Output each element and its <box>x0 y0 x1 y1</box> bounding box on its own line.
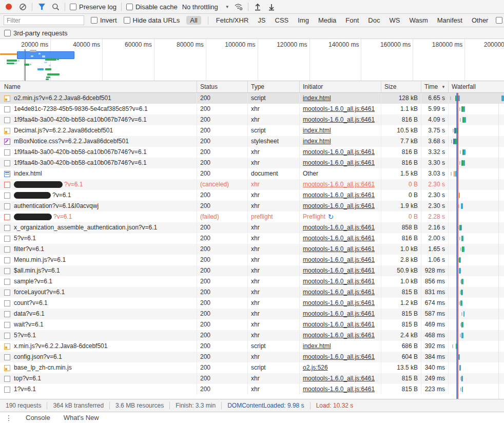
initiator-link[interactable]: index.html <box>303 341 331 352</box>
has-blocked-cookies-checkbox[interactable]: Has blocked cookies <box>496 16 504 24</box>
filter-type-media[interactable]: Media <box>317 16 337 25</box>
import-har-button[interactable] <box>253 2 262 11</box>
initiator-link[interactable]: mootools-1.6.0_all.js:6461 <box>303 276 375 287</box>
preserve-log-checkbox[interactable]: Preserve log <box>70 3 117 11</box>
initiator-link[interactable]: mootools-1.6.0_all.js:6461 <box>303 222 375 233</box>
initiator-link[interactable]: mootools-1.6.0_all.js:6461 <box>303 147 375 158</box>
request-row[interactable]: config.json?v=6.1200xhrmootools-1.6.0_al… <box>0 352 504 362</box>
request-row[interactable]: forceLayout?v=6.1200xhrmootools-1.6.0_al… <box>0 287 504 298</box>
request-row[interactable]: ?v=6.1(canceled)xhrmootools-1.6.0_all.js… <box>0 179 504 190</box>
export-har-button[interactable] <box>267 2 276 11</box>
filter-type-all[interactable]: All <box>186 16 201 25</box>
request-row[interactable]: 1f9faa4b-3a00-420b-bb58-ca10b067b746?v=6… <box>0 114 504 125</box>
column-header-name[interactable]: Name <box>0 81 197 92</box>
request-row[interactable]: x_organization_assemble_authentication.j… <box>0 222 504 233</box>
initiator-link[interactable]: index.html <box>303 136 331 147</box>
tab-whats-new[interactable]: What's New <box>64 414 99 421</box>
initiator-link[interactable]: o2.js:526 <box>303 362 328 373</box>
filter-type-manifest[interactable]: Manifest <box>436 16 463 25</box>
request-row[interactable]: 5?v=6.1200xhrmootools-1.6.0_all.js:64618… <box>0 233 504 244</box>
initiator-link[interactable]: index.html <box>303 125 331 136</box>
column-header-type[interactable]: Type <box>248 81 300 92</box>
timeline-tick-label: 180000 ms <box>429 41 462 48</box>
request-row[interactable]: filter?v=6.1200xhrmootools-1.6.0_all.js:… <box>0 244 504 255</box>
request-row[interactable]: Menu.min.js?v=6.1200xhrmootools-1.6.0_al… <box>0 255 504 265</box>
request-row[interactable]: 1e4de81c-7238-45b5-9836-5e4caf385c85?v=6… <box>0 104 504 114</box>
time-cell: 5.99 s <box>421 104 449 114</box>
search-button[interactable] <box>51 2 60 11</box>
initiator-link[interactable]: mootools-1.6.0_all.js:6461 <box>303 158 375 168</box>
request-row[interactable]: ?v=6.1(failed)preflightPreflight↻0 B2.28… <box>0 212 504 222</box>
initiator-link[interactable]: mootools-1.6.0_all.js:6461 <box>303 384 375 395</box>
filter-type-css[interactable]: CSS <box>274 16 290 25</box>
timeline-tick-label: 140000 ms <box>325 41 359 48</box>
request-row[interactable]: ?v=6.1200xhrmootools-1.6.0_all.js:64610 … <box>0 190 504 201</box>
column-header-waterfall[interactable]: Waterfall <box>449 81 504 92</box>
filter-type-doc[interactable]: Doc <box>367 16 381 25</box>
request-row[interactable]: 1?v=6.1200xhrmootools-1.6.0_all.js:64618… <box>0 384 504 395</box>
network-overview-timeline[interactable]: 20000 ms40000 ms60000 ms80000 ms100000 m… <box>0 39 504 81</box>
filter-input[interactable] <box>4 15 84 25</box>
request-row[interactable]: Decimal.js?v=6.2.2.Java86dcebf501200scri… <box>0 125 504 136</box>
initiator-link[interactable]: mootools-1.6.0_all.js:6461 <box>303 309 375 319</box>
invert-checkbox[interactable]: Invert <box>91 16 117 24</box>
initiator-link[interactable]: index.html <box>303 93 331 104</box>
initiator-link[interactable]: mootools-1.6.0_all.js:6461 <box>303 179 375 190</box>
request-row[interactable]: count?v=6.1200xhrmootools-1.6.0_all.js:6… <box>0 298 504 309</box>
column-header-initiator[interactable]: Initiator <box>300 81 381 92</box>
initiator-link[interactable]: mootools-1.6.0_all.js:6461 <box>303 233 375 244</box>
request-row[interactable]: base_lp_zh-cn.min.js200scripto2.js:52613… <box>0 362 504 373</box>
filter-type-fetch-xhr[interactable]: Fetch/XHR <box>215 16 250 25</box>
request-row[interactable]: wait?v=6.1200xhrmootools-1.6.0_all.js:64… <box>0 319 504 330</box>
request-row[interactable]: mBoxNotice.css?v=6.2.2.Java86dcebf501200… <box>0 136 504 147</box>
filter-type-wasm[interactable]: Wasm <box>408 16 429 25</box>
request-row[interactable]: 5?v=6.1200xhrmootools-1.6.0_all.js:64612… <box>0 330 504 341</box>
filter-toggle-button[interactable] <box>37 2 46 11</box>
initiator-link[interactable]: mootools-1.6.0_all.js:6461 <box>303 114 375 125</box>
xhr-file-icon <box>4 246 10 253</box>
initiator-link[interactable]: mootools-1.6.0_all.js:6461 <box>303 352 375 362</box>
disable-cache-checkbox[interactable]: Disable cache <box>126 3 178 11</box>
filter-type-ws[interactable]: WS <box>388 16 401 25</box>
request-row[interactable]: index.html200documentOther1.5 kB3.03 s <box>0 168 504 179</box>
request-row[interactable]: o2.min.js?v=6.2.2.Java8-6dcebf501200scri… <box>0 93 504 104</box>
throttling-dropdown[interactable]: No throttling ▼ <box>182 3 229 11</box>
initiator-link[interactable]: mootools-1.6.0_all.js:6461 <box>303 244 375 255</box>
request-row[interactable]: x.min.js?v=6.2.2.Java8-6dcebf501200scrip… <box>0 341 504 352</box>
initiator-link[interactable]: mootools-1.6.0_all.js:6461 <box>303 330 375 341</box>
clear-button[interactable] <box>18 2 27 11</box>
tab-console[interactable]: Console <box>26 414 50 421</box>
filter-type-other[interactable]: Other <box>471 16 490 25</box>
request-row[interactable]: $all.min.js?v=6.1200xhrmootools-1.6.0_al… <box>0 265 504 276</box>
xhr-file-icon <box>4 268 10 274</box>
record-button[interactable] <box>4 2 13 11</box>
waterfall-stalled-tick <box>459 301 460 305</box>
request-row[interactable]: 1f9faa4b-3a00-420b-bb58-ca10b067b746?v=6… <box>0 147 504 158</box>
initiator-link[interactable]: mootools-1.6.0_all.js:6461 <box>303 104 375 114</box>
column-header-size[interactable]: Size <box>381 81 421 92</box>
request-row[interactable]: data?v=6.1200xhrmootools-1.6.0_all.js:64… <box>0 309 504 319</box>
initiator-link[interactable]: mootools-1.6.0_all.js:6461 <box>303 255 375 265</box>
filter-type-js[interactable]: JS <box>257 16 266 25</box>
initiator-link[interactable]: mootools-1.6.0_all.js:6461 <box>303 190 375 201</box>
initiator-link[interactable]: mootools-1.6.0_all.js:6461 <box>303 319 375 330</box>
filter-type-img[interactable]: Img <box>297 16 310 25</box>
request-row[interactable]: authentication?v=6.1&l0acvqwj200xhrmooto… <box>0 201 504 212</box>
filter-type-font[interactable]: Font <box>344 16 360 25</box>
hide-data-urls-checkbox[interactable]: Hide data URLs <box>124 16 180 24</box>
third-party-checkbox[interactable]: 3rd-party requests <box>4 29 68 37</box>
initiator-link[interactable]: mootools-1.6.0_all.js:6461 <box>303 287 375 298</box>
network-conditions-button[interactable] <box>234 2 243 11</box>
request-row[interactable]: 1f9faa4b-3a00-420b-bb58-ca10b067b746?v=6… <box>0 158 504 168</box>
column-header-time[interactable]: Time ▼ <box>421 81 449 92</box>
drawer-menu-icon[interactable]: ⋮ <box>5 414 12 422</box>
request-row[interactable]: sample?v=6.1200xhrmootools-1.6.0_all.js:… <box>0 276 504 287</box>
initiator-link[interactable]: mootools-1.6.0_all.js:6461 <box>303 265 375 276</box>
xhr-file-icon <box>4 203 10 209</box>
initiator-link[interactable]: mootools-1.6.0_all.js:6461 <box>303 373 375 384</box>
initiator-link[interactable]: mootools-1.6.0_all.js:6461 <box>303 298 375 309</box>
request-row[interactable]: top?v=6.1200xhrmootools-1.6.0_all.js:646… <box>0 373 504 384</box>
preflight-icon[interactable]: ↻ <box>328 212 334 222</box>
initiator-link[interactable]: mootools-1.6.0_all.js:6461 <box>303 201 375 212</box>
column-header-status[interactable]: Status <box>197 81 248 92</box>
